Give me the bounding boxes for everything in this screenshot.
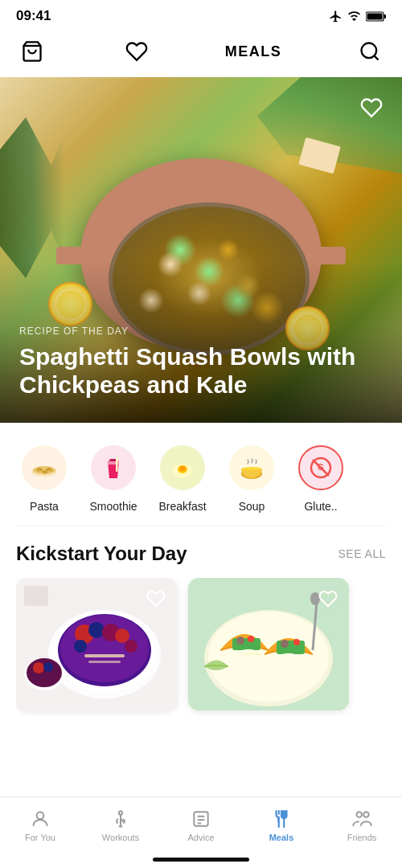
app-header: MEALS <box>0 29 402 77</box>
workouts-label: Workouts <box>102 833 139 842</box>
svg-text:G: G <box>318 463 324 472</box>
advice-icon <box>191 809 211 829</box>
advice-label: Advice <box>187 833 214 842</box>
pasta-label: Pasta <box>30 500 59 513</box>
gluten-icon: G <box>298 445 343 490</box>
svg-point-57 <box>363 812 369 817</box>
kickstart-header: Kickstart Your Day SEE ALL <box>16 542 386 565</box>
heart-outline-icon <box>146 589 166 608</box>
recipe-favorite-button[interactable] <box>357 93 386 122</box>
airplane-icon <box>329 10 343 23</box>
person-icon <box>30 809 51 829</box>
herb-left-decoration <box>0 117 64 278</box>
category-pasta[interactable]: Pasta <box>16 442 72 513</box>
svg-point-34 <box>33 662 44 674</box>
kickstart-section: Kickstart Your Day SEE ALL <box>0 526 402 730</box>
svg-point-13 <box>179 466 186 472</box>
svg-point-38 <box>208 612 329 702</box>
status-time: 09:41 <box>16 8 51 24</box>
breakfast-label: Breakfast <box>158 500 206 513</box>
meals-icon <box>271 809 292 829</box>
hero-heart-icon <box>360 96 383 119</box>
svg-point-29 <box>125 640 137 653</box>
category-soup[interactable]: Soup <box>224 442 280 513</box>
pasta-icon <box>22 445 67 490</box>
nav-meals[interactable]: Meals <box>241 805 322 845</box>
meal-cards-row <box>16 578 386 717</box>
hero-content: RECIPE OF THE DAY Spaghetti Squash Bowls… <box>19 326 383 399</box>
friends-icon <box>351 809 372 829</box>
svg-rect-31 <box>88 661 121 663</box>
hero-section: RECIPE OF THE DAY Spaghetti Squash Bowls… <box>0 77 402 423</box>
recipe-title: Spaghetti Squash Bowls with Chickpeas an… <box>19 343 383 399</box>
kickstart-title: Kickstart Your Day <box>16 542 187 565</box>
svg-point-41 <box>248 636 254 642</box>
heart-outline-icon-2 <box>318 589 338 608</box>
meal-card-smoothie-heart[interactable] <box>143 586 169 612</box>
meal-card-tacos[interactable] <box>188 578 349 710</box>
nav-friends[interactable]: Friends <box>322 805 402 845</box>
svg-line-5 <box>374 55 378 59</box>
categories-row: Pasta Smoothie <box>0 423 402 526</box>
see-all-button[interactable]: SEE ALL <box>338 547 386 560</box>
page-title: MEALS <box>225 43 282 60</box>
svg-point-56 <box>357 812 363 817</box>
friends-label: Friends <box>347 833 377 842</box>
svg-rect-1 <box>384 14 387 18</box>
home-indicator <box>153 858 249 862</box>
svg-point-25 <box>88 622 105 638</box>
meal-card-tacos-heart[interactable] <box>315 586 341 612</box>
soup-label: Soup <box>239 500 265 513</box>
svg-point-27 <box>115 628 129 643</box>
svg-rect-2 <box>367 13 383 19</box>
heart-icon <box>125 40 148 63</box>
wishlist-button[interactable] <box>121 35 153 68</box>
breakfast-icon <box>160 445 205 490</box>
search-button[interactable] <box>354 35 386 68</box>
svg-point-33 <box>27 658 62 687</box>
svg-point-40 <box>236 637 244 645</box>
meals-label: Meals <box>269 833 294 842</box>
svg-point-4 <box>361 43 376 59</box>
wifi-icon <box>347 10 361 23</box>
svg-rect-30 <box>84 654 125 657</box>
recipe-of-day-label: RECIPE OF THE DAY <box>19 326 383 337</box>
workout-icon <box>110 809 131 829</box>
svg-point-28 <box>74 640 87 653</box>
battery-icon <box>366 11 386 22</box>
svg-rect-19 <box>24 586 48 606</box>
status-bar: 09:41 <box>0 0 402 29</box>
svg-point-43 <box>281 640 289 648</box>
category-gluten[interactable]: G Glute.. <box>293 442 349 513</box>
smoothie-icon <box>91 445 136 490</box>
smoothie-label: Smoothie <box>89 500 137 513</box>
status-icons <box>329 10 386 23</box>
category-breakfast[interactable]: Breakfast <box>154 442 211 513</box>
gluten-label: Glute.. <box>304 500 337 513</box>
soup-icon <box>229 445 274 490</box>
svg-point-47 <box>37 812 44 819</box>
cart-button[interactable] <box>16 35 48 68</box>
svg-point-48 <box>119 811 122 814</box>
meal-card-smoothie-bowl[interactable] <box>16 578 177 710</box>
for-you-label: For You <box>25 833 55 842</box>
nav-for-you[interactable]: For You <box>0 805 80 845</box>
search-icon <box>359 40 381 63</box>
cart-icon <box>21 40 43 63</box>
svg-point-35 <box>43 662 53 672</box>
svg-point-44 <box>293 639 300 645</box>
svg-rect-10 <box>116 457 118 472</box>
nav-advice[interactable]: Advice <box>161 805 241 845</box>
nav-workouts[interactable]: Workouts <box>80 805 161 845</box>
category-smoothie[interactable]: Smoothie <box>85 442 142 513</box>
